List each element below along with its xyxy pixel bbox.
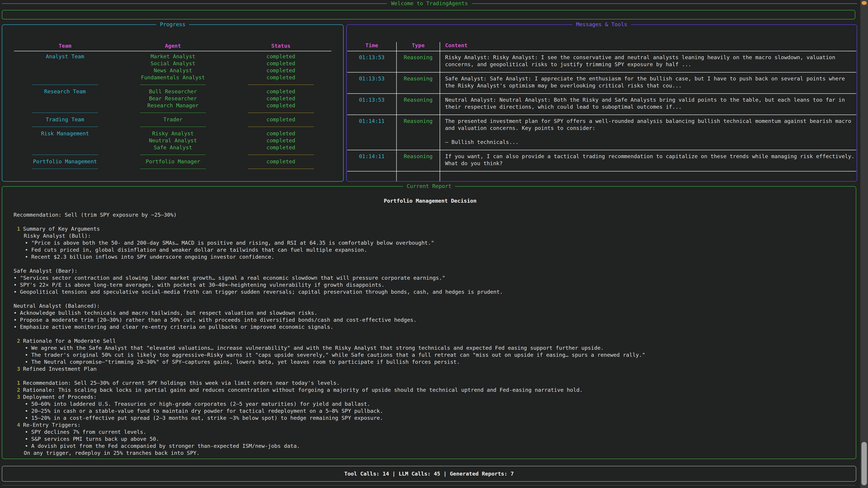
group-separator (2, 123, 343, 130)
message-content-line: the Risky Analyst's optimism may be over… (445, 82, 856, 89)
report-line-text: • Recent $2.3 billion inflows into SPY u… (25, 254, 274, 260)
report-line: • Fed cuts priced in, global disinflatio… (13, 247, 847, 254)
report-blank-line (13, 372, 847, 380)
report-line: 3Deployment of Proceeds: (13, 394, 847, 400)
message-row: 01:14:11ReasoningThe presented investmen… (347, 115, 856, 150)
separator-line (140, 168, 206, 169)
status-cell: completed (227, 144, 335, 151)
report-line-text: Summary of Key Arguments (23, 226, 100, 232)
list-number: 4 (17, 422, 23, 429)
report-line-text: • SPY declines 7% from current levels. (25, 429, 147, 435)
report-line: 3Refined Investment Plan (13, 365, 847, 372)
team-cell: Trading Team (11, 116, 119, 123)
message-time: 01:14:11 (347, 115, 397, 150)
report-line: • Geopolitical tensions and speculative … (13, 289, 847, 295)
message-time: 01:13:53 (347, 72, 397, 93)
report-line: • Recent $2.3 billion inflows into SPY u… (13, 254, 847, 260)
messages-table: Time Type Content 01:13:53ReasoningRisky… (347, 25, 856, 181)
progress-rows: Analyst TeamMarket AnalystcompletedSocia… (2, 53, 343, 172)
separator-cell (227, 127, 335, 127)
separator-line (248, 127, 314, 127)
agent-cell: Market Analyst (119, 53, 227, 60)
progress-row: Research TeamBull Researchercompleted (2, 88, 343, 95)
next-panel-border-peek (2, 485, 855, 486)
team-cell (11, 74, 119, 81)
message-row: 01:13:53ReasoningRisky Analyst: Risky An… (347, 51, 856, 72)
separator-line (248, 168, 314, 169)
separator-line (140, 127, 206, 127)
scrollbar-thumb[interactable] (862, 442, 867, 485)
welcome-banner: Welcome to TradingAgents (2, 0, 857, 7)
report-line-text: • "Services sector contraction and slowi… (13, 275, 445, 281)
report-blank-line (13, 260, 847, 267)
progress-row: Research Managercompleted (2, 102, 343, 109)
progress-table: Team Agent Status Analyst TeamMarket Ana… (2, 25, 343, 172)
report-line: 2Rationale: This scaling back locks in p… (13, 387, 847, 394)
report-line-text: Deployment of Proceeds: (23, 394, 96, 400)
report-line: • SPY declines 7% from current levels. (13, 429, 847, 435)
separator-line (32, 168, 98, 169)
report-line-text: • SPY's 22× P/E is above long-term avera… (13, 282, 384, 288)
report-line: • 15–20% in a cost-effective put spread … (13, 415, 847, 422)
footer-stats-panel: Tool Calls: 14 | LLM Calls: 45 | Generat… (2, 466, 856, 482)
rule-line (2, 3, 387, 4)
report-blank-line (13, 295, 847, 302)
report-line-text: • Fed cuts priced in, global disinflatio… (25, 247, 367, 253)
scroll-indicator-icon[interactable] (861, 0, 867, 5)
separator-cell (119, 85, 227, 85)
report-line-text: • Emphasize active monitoring and clear … (13, 324, 333, 330)
separator-cell (119, 127, 227, 127)
separator-cell (119, 168, 227, 169)
report-line: • "Services sector contraction and slowi… (13, 274, 847, 282)
agent-cell: Bear Researcher (119, 95, 227, 102)
list-number: 3 (17, 365, 23, 372)
message-content: Safe Analyst: Safe Analyst: I appreciate… (440, 72, 856, 93)
report-line: • Propose a moderate trim (20–30%) rathe… (13, 317, 847, 324)
list-number: 3 (17, 394, 23, 400)
list-number: 2 (17, 387, 23, 394)
report-line-text: • Acknowledge bullish technicals and mac… (13, 310, 317, 316)
report-blank-line (13, 330, 847, 337)
scrollbar[interactable] (860, 0, 868, 488)
orange-dot-icon (862, 1, 867, 5)
report-panel-title: Current Report (403, 183, 455, 190)
agent-cell: Risky Analyst (119, 130, 227, 137)
empty-cell (347, 171, 397, 181)
agent-cell: Neutral Analyst (119, 137, 227, 144)
separator-cell (11, 112, 119, 113)
report-panel: Current Report Portfolio Management Deci… (2, 186, 856, 459)
separator-line (248, 112, 314, 113)
separator-line (140, 85, 206, 85)
message-type: Reasoning (397, 72, 440, 93)
status-cell: completed (227, 74, 335, 81)
separator-cell (119, 112, 227, 113)
agent-cell: Research Manager (119, 102, 227, 109)
message-content-line: What do you think? (445, 160, 856, 167)
report-line-text: • S&P services PMI turns back up above 5… (25, 436, 159, 442)
progress-row: Analyst TeamMarket Analystcompleted (2, 53, 343, 60)
progress-row: Safe Analystcompleted (2, 144, 343, 151)
progress-panel: Progress Team Agent Status Analyst TeamM… (2, 24, 344, 182)
group-separator (2, 165, 343, 172)
report-line: • The trader's original 50% cut is likel… (13, 352, 847, 359)
separator-cell (11, 127, 119, 127)
messages-table-header: Time Type Content (347, 42, 856, 51)
report-line-text: Recommendation: Sell 25–30% of current S… (23, 380, 340, 386)
separator-line (32, 112, 98, 113)
status-cell: completed (227, 67, 335, 74)
report-line: Neutral Analyst (Balanced): (13, 302, 847, 310)
progress-row: Trading TeamTradercompleted (2, 116, 343, 123)
separator-cell (227, 155, 335, 155)
report-line-text: • Geopolitical tensions and speculative … (13, 289, 503, 295)
progress-row: Portfolio ManagementPortfolio Managercom… (2, 158, 343, 165)
status-cell: completed (227, 95, 335, 102)
report-line: 4Re-Entry Triggers: (13, 422, 847, 429)
report-line: 1Summary of Key Arguments (13, 225, 847, 232)
agent-cell: News Analyst (119, 67, 227, 74)
progress-row: Fundamentals Analystcompleted (2, 74, 343, 81)
report-line: • S&P services PMI turns back up above 5… (13, 435, 847, 443)
message-row: 01:13:53ReasoningSafe Analyst: Safe Anal… (347, 72, 856, 94)
progress-row: News Analystcompleted (2, 67, 343, 74)
message-content: Neutral Analyst: Neutral Analyst: Both t… (440, 94, 856, 115)
report-line: • 50–60% into laddered U.S. Treasuries o… (13, 400, 847, 408)
